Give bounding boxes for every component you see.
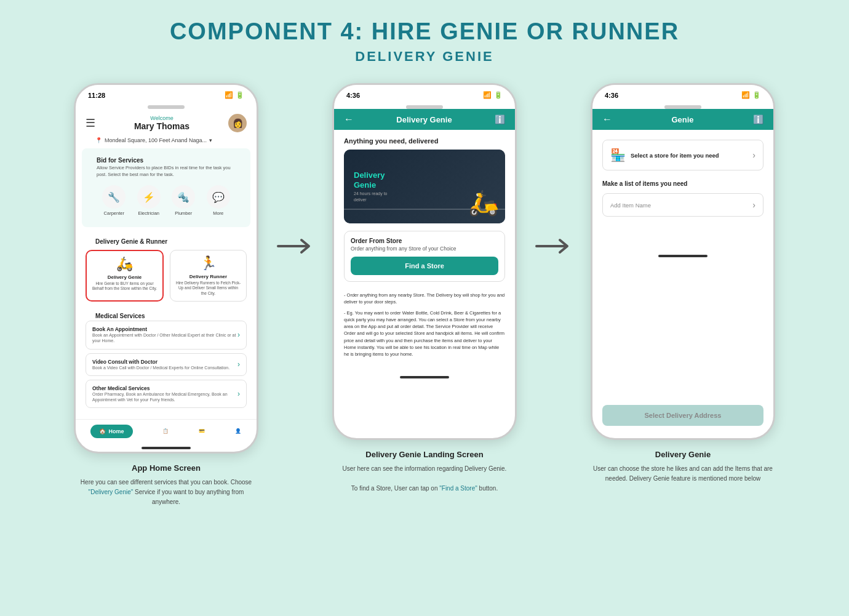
order-card-subtitle: Order anything from any Store of your Ch… [351, 246, 498, 252]
battery-icon-3: 🔋 [752, 91, 761, 99]
caption2: Delivery Genie Landing Screen User here … [332, 450, 517, 494]
phones-row: 11:28 📶 🔋 ☰ Welcome Mary Thomas [25, 83, 824, 507]
home-indicator-2 [400, 376, 449, 378]
add-item-row[interactable]: Add Item Name › [602, 193, 763, 217]
select-store-text: Select a store for item you need [631, 152, 719, 159]
phone3-column: 4:36 📶 🔋 ← Genie ℹ️ [578, 83, 787, 484]
phone3-time: 4:36 [605, 92, 618, 99]
chevron-right-icon: › [237, 330, 240, 339]
delivery-cards: 🛵 Delivery Genie Hire Genie to BUY items… [86, 250, 247, 302]
book-appointment-row[interactable]: Book An Appointment Book an Appointment … [86, 321, 247, 349]
order-card: Order From Store Order anything from any… [344, 231, 505, 282]
select-address-button[interactable]: Select Delivery Address [602, 405, 763, 426]
location-text: Mondeal Square, 100 Feet Anand Naga... [105, 137, 207, 143]
info-icon-2[interactable]: ℹ️ [495, 114, 505, 124]
more-icon: 💬 [207, 185, 230, 209]
phone1-shell: 11:28 📶 🔋 ☰ Welcome Mary Thomas [74, 83, 258, 454]
phone1-header: ☰ Welcome Mary Thomas 👩 📍 Mondeal Square… [76, 109, 257, 148]
banner-inner: DeliveryGenie 24 hours ready todeliver 🛵 [344, 150, 505, 223]
chevron-right-icon-2: › [237, 360, 240, 369]
chevron-right-add-item: › [752, 200, 755, 210]
video-consult-title: Video Consult with Doctor [92, 359, 229, 365]
caption3-title: Delivery Genie [591, 450, 775, 459]
hamburger-icon[interactable]: ☰ [86, 116, 95, 130]
delivery-genie-card[interactable]: 🛵 Delivery Genie Hire Genie to BUY items… [86, 250, 164, 302]
banner-title: DeliveryGenie [354, 170, 387, 190]
caption2-title: Delivery Genie Landing Screen [332, 450, 517, 459]
genie-card-icon: 🛵 [116, 256, 133, 272]
make-list-label: Make a list of items you need [602, 180, 763, 187]
more-label: More [213, 210, 223, 216]
medical-section-title: Medical Services [86, 309, 247, 321]
other-medical-row[interactable]: Other Medical Services Order Pharmacy, B… [86, 380, 247, 408]
back-button-2[interactable]: ← [344, 114, 354, 125]
store-left: 🏪 Select a store for item you need [610, 148, 719, 162]
video-consult-row[interactable]: Video Consult with Doctor Book a Video C… [86, 353, 247, 376]
caption1-title: App Home Screen [74, 463, 258, 473]
phone2-header-title: Delivery Genie [396, 115, 452, 124]
delivery-runner-card[interactable]: 🏃 Delivery Runner Hire Delivery Runners … [170, 250, 247, 302]
service-icons-row: 🔧 Carpenter ⚡ Electrician 🔩 Plumber [87, 182, 245, 222]
nav-home-button[interactable]: 🏠 Home [90, 425, 132, 438]
avatar: 👩 [228, 114, 247, 132]
user-name: Mary Thomas [134, 121, 189, 131]
banner-text-left: DeliveryGenie 24 hours ready todeliver [354, 170, 387, 203]
electrician-label: Electrician [138, 210, 159, 216]
other-medical-title: Other Medical Services [92, 385, 237, 391]
delivery-description: - Order anything from any nearby Store. … [344, 288, 505, 365]
caption1: App Home Screen Here you can see differe… [74, 463, 258, 507]
phone3-shell: 4:36 📶 🔋 ← Genie ℹ️ [591, 83, 775, 440]
profile-icon: 👤 [235, 428, 241, 434]
phone2-topbar: 4:36 📶 🔋 [334, 85, 515, 102]
info-icon-3[interactable]: ℹ️ [753, 114, 763, 124]
nav-profile[interactable]: 👤 [235, 428, 241, 434]
carpenter-label: Carpenter [104, 210, 124, 216]
phone3-header-title: Genie [671, 115, 693, 124]
phone3-content: 🏪 Select a store for item you need › Mak… [592, 130, 773, 226]
book-appointment-title: Book An Appointment [92, 326, 237, 332]
store-icon: 🏪 [610, 148, 626, 162]
phone3-topbar: 4:36 📶 🔋 [592, 85, 773, 102]
phone1-column: 11:28 📶 🔋 ☰ Welcome Mary Thomas [62, 83, 271, 507]
service-electrician[interactable]: ⚡ Electrician [134, 185, 164, 216]
bid-description: Allow Service Providers to place BIDs in… [87, 165, 245, 182]
caption2-text: User here can see the information regard… [332, 464, 517, 494]
carpenter-icon: 🔧 [102, 185, 126, 209]
phone3-teal-header: ← Genie ℹ️ [592, 109, 773, 130]
location-bar[interactable]: 📍 Mondeal Square, 100 Feet Anand Naga...… [86, 135, 247, 146]
runner-card-icon: 🏃 [200, 255, 217, 271]
wifi-icon-3: 📶 [741, 91, 750, 99]
find-store-button[interactable]: Find a Store [351, 257, 498, 275]
dropdown-icon: ▾ [209, 137, 212, 143]
desc-para-2: - Eg. You may want to order Water Bottle… [344, 310, 505, 358]
plumber-icon: 🔩 [172, 185, 195, 209]
select-store-row[interactable]: 🏪 Select a store for item you need › [602, 140, 763, 170]
chevron-right-store: › [752, 150, 755, 160]
back-button-3[interactable]: ← [602, 114, 612, 125]
scooter-icon: 🛵 [468, 188, 499, 217]
service-plumber[interactable]: 🔩 Plumber [168, 185, 199, 216]
service-more[interactable]: 💬 More [203, 185, 234, 216]
arrow1-container [271, 83, 320, 255]
medical-section: Medical Services Book An Appointment Boo… [76, 305, 257, 415]
add-item-text: Add Item Name [610, 202, 651, 209]
phone2-teal-header: ← Delivery Genie ℹ️ [334, 109, 515, 130]
main-title: COMPONENT 4: HIRE GENIE OR RUNNER [25, 18, 824, 45]
phone1-topbar: 11:28 📶 🔋 [76, 85, 257, 102]
home-icon: 🏠 [99, 428, 106, 434]
phone2-column: 4:36 📶 🔋 ← Delivery Genie ℹ️ Anything yo… [320, 83, 529, 494]
caption3: Delivery Genie User can choose the store… [591, 450, 775, 484]
order-card-title: Order From Store [351, 238, 498, 244]
service-carpenter[interactable]: 🔧 Carpenter [98, 185, 129, 216]
page-wrapper: COMPONENT 4: HIRE GENIE OR RUNNER DELIVE… [0, 0, 849, 532]
book-appointment-desc: Book an Appointment with Doctor / Other … [92, 332, 237, 343]
runner-card-title: Delivery Runner [189, 274, 227, 279]
electrician-icon: ⚡ [137, 185, 161, 209]
phone1-time: 11:28 [88, 92, 105, 99]
arrow2-container [529, 83, 578, 255]
delivery-section-title: Delivery Genie & Runner [86, 234, 247, 246]
orders-icon: 📋 [162, 428, 169, 434]
welcome-label: Welcome [134, 115, 189, 121]
nav-wallet[interactable]: 💳 [199, 428, 205, 434]
nav-orders[interactable]: 📋 [162, 428, 169, 434]
